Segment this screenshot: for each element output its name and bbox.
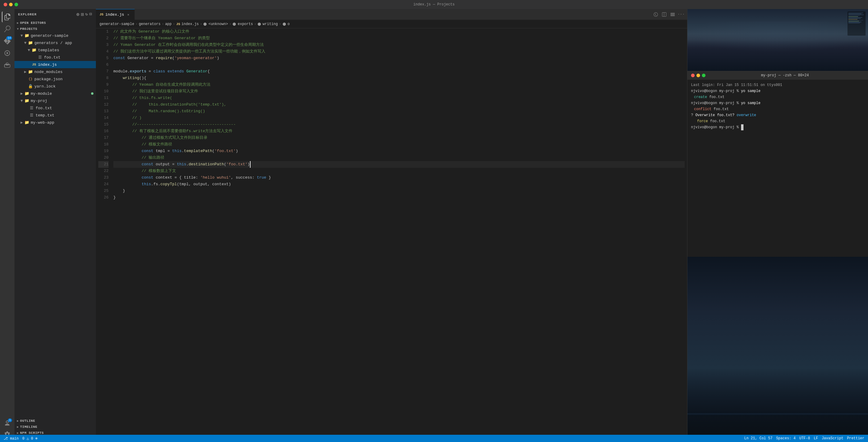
- collapse-icon[interactable]: ⊟: [89, 11, 92, 18]
- close-button[interactable]: [4, 3, 7, 6]
- code-line-25: }: [113, 188, 685, 194]
- git-branch-status[interactable]: ⎇ main: [4, 436, 19, 441]
- git-badge: 14: [6, 36, 12, 40]
- code-editor[interactable]: 12345 678910 1112131415 1617181920 21 22…: [96, 28, 687, 442]
- encoding-status[interactable]: UTF-8: [799, 436, 810, 441]
- section-outline[interactable]: ▶ OUTLINE: [14, 418, 96, 424]
- history-button[interactable]: [652, 11, 659, 18]
- new-folder-icon[interactable]: ⊞: [81, 11, 84, 18]
- term-max-dot[interactable]: [702, 73, 706, 77]
- term-line-1: Last login: Fri Jan 15 11:51:51 on ttys0…: [691, 82, 864, 88]
- breadcrumb-exports[interactable]: exports: [232, 22, 253, 26]
- folder-icon: 📁: [24, 120, 30, 125]
- activity-extensions[interactable]: [2, 60, 13, 70]
- txt-file-icon: ☰: [29, 113, 34, 118]
- tree-label: my-proj: [31, 99, 47, 103]
- status-left: ⎇ main 0 △ 0 ⊗: [4, 436, 37, 441]
- code-line-4: // 我们这些方法中可以通过调用父类提供的一些工具方法实现一些功能，例如文件写入: [113, 48, 685, 55]
- tree-item-package-json[interactable]: ▶ {} package.json: [14, 76, 96, 83]
- tab-index-js[interactable]: JS index.js ✕: [96, 9, 135, 20]
- activity-account[interactable]: 1: [2, 418, 13, 429]
- breadcrumb-generator-sample[interactable]: generator-sample: [99, 22, 134, 26]
- minimize-button[interactable]: [9, 3, 13, 6]
- tree-label: package.json: [34, 77, 63, 82]
- breadcrumb-writing[interactable]: writing: [257, 22, 278, 26]
- code-line-21: const output = this.destinationPath('foo…: [113, 161, 685, 168]
- code-line-20: // 输出路径: [113, 154, 685, 161]
- status-right: Ln 21, Col 57 Spaces: 4 UTF-8 LF JavaScr…: [744, 436, 864, 441]
- term-line-5: conflict foo.txt: [691, 106, 864, 112]
- section-projects[interactable]: ▼ PROJECTS: [14, 26, 96, 32]
- folder-chevron-icon: ▼: [19, 98, 24, 103]
- tree-item-foo-txt[interactable]: ▶ ☰ foo.txt: [14, 54, 96, 61]
- breadcrumb-js-icon[interactable]: JS: [176, 22, 180, 26]
- terminal-content[interactable]: Last login: Fri Jan 15 11:51:51 on ttys0…: [687, 80, 868, 257]
- refresh-icon[interactable]: ↻: [85, 11, 88, 18]
- tree-item-templates[interactable]: ▼ 📁 templates: [14, 47, 96, 54]
- window-controls[interactable]: [4, 3, 18, 6]
- breadcrumb-sep: ›: [173, 22, 175, 26]
- terminal-title: my-proj — -zsh — 80×24: [761, 73, 809, 78]
- code-line-13: // Math.random().toString(): [113, 108, 685, 115]
- tree-label: generators / app: [34, 41, 72, 45]
- code-content[interactable]: // 此文件为 Generator 的核心入口文件 // 需要导出一个继承自 Y…: [111, 28, 687, 442]
- term-line-8: njvivo@bogon my-proj %: [691, 124, 864, 130]
- code-line-7: module.exports = class extends Generator…: [113, 68, 685, 75]
- tree-item-generators-app[interactable]: ▼ 📁 generators / app: [14, 39, 96, 47]
- indentation-status[interactable]: Spaces: 4: [776, 436, 796, 441]
- activity-git[interactable]: 14: [2, 36, 13, 47]
- layout-button[interactable]: [669, 11, 676, 18]
- right-panel: my-proj — -zsh — 80×24 Last login: Fri J…: [687, 9, 868, 442]
- tab-close-button[interactable]: ✕: [126, 12, 131, 17]
- section-timeline[interactable]: ▶ TIMELINE: [14, 424, 96, 430]
- tree-item-index-js[interactable]: ▶ JS index.js: [14, 61, 96, 68]
- breadcrumb-sep: ›: [254, 22, 256, 26]
- section-open-editors[interactable]: ▶ OPEN EDITORS: [14, 20, 96, 26]
- breadcrumb-o[interactable]: o: [282, 22, 290, 26]
- breadcrumb-unknown[interactable]: <unknown>: [203, 22, 228, 26]
- tree-item-my-proj[interactable]: ▼ 📁 my-proj: [14, 97, 96, 105]
- folder-icon: 📁: [28, 69, 33, 75]
- tree-label: my-web-app: [31, 120, 54, 125]
- folder-chevron-icon: ▼: [27, 48, 31, 53]
- code-line-16: // 有了模板之后就不需要借助fs.write方法去写入文件: [113, 128, 685, 135]
- code-line-17: // 通过模板方式写入文件到目标目录: [113, 135, 685, 141]
- split-editor-button[interactable]: [660, 11, 668, 18]
- editor-area: JS index.js ✕ ··· generato: [96, 9, 687, 442]
- code-line-1: // 此文件为 Generator 的核心入口文件: [113, 28, 685, 35]
- folder-chevron-icon: ▼: [19, 33, 24, 38]
- tree-item-node-modules[interactable]: ▶ 📁 node_modules: [14, 68, 96, 76]
- tree-item-my-proj-foo[interactable]: ▶ ☰ foo.txt: [14, 105, 96, 112]
- code-line-8: writing(){: [113, 75, 685, 82]
- tree-item-my-web-app[interactable]: ▶ 📁 my-web-app: [14, 119, 96, 126]
- formatter-status[interactable]: Prettier: [847, 436, 864, 441]
- activity-run[interactable]: [2, 48, 13, 59]
- account-badge: 1: [8, 418, 12, 422]
- breadcrumb-generators[interactable]: generators: [139, 22, 160, 26]
- code-line-15: //--------------------------------------…: [113, 121, 685, 128]
- breadcrumb-index-js[interactable]: index.js: [182, 22, 199, 26]
- tree-item-temp-txt[interactable]: ▶ ☰ temp.txt: [14, 112, 96, 119]
- lock-file-icon: 🔒: [28, 84, 33, 89]
- error-warning-status[interactable]: 0 △ 0 ⊗: [22, 436, 37, 441]
- tree-label: my-module: [31, 91, 52, 96]
- activity-search[interactable]: [2, 24, 13, 34]
- status-bar: ⎇ main 0 △ 0 ⊗ Ln 21, Col 57 Spaces: 4 U…: [0, 435, 868, 442]
- cursor-position-status[interactable]: Ln 21, Col 57: [744, 436, 773, 441]
- tree-label: generator-sample: [31, 33, 68, 38]
- folder-chevron-icon: ▼: [23, 40, 28, 45]
- eol-status[interactable]: LF: [814, 436, 818, 441]
- breadcrumb-app[interactable]: app: [165, 22, 172, 26]
- term-close-dot[interactable]: [691, 73, 695, 77]
- new-file-icon[interactable]: ⊕: [76, 11, 80, 18]
- language-status[interactable]: JavaScript: [822, 436, 843, 441]
- activity-explorer[interactable]: [2, 11, 13, 22]
- more-actions-button[interactable]: ···: [678, 11, 685, 18]
- folder-icon: 📁: [28, 40, 33, 46]
- tree-item-my-module[interactable]: ▶ 📁 my-module: [14, 90, 96, 97]
- term-min-dot[interactable]: [696, 73, 700, 77]
- tree-item-generator-sample[interactable]: ▼ 📁 generator-sample: [14, 32, 96, 39]
- terminal-panel: my-proj — -zsh — 80×24 Last login: Fri J…: [687, 71, 868, 257]
- tree-item-yarn-lock[interactable]: ▶ 🔒 yarn.lock: [14, 83, 96, 90]
- maximize-button[interactable]: [14, 3, 18, 6]
